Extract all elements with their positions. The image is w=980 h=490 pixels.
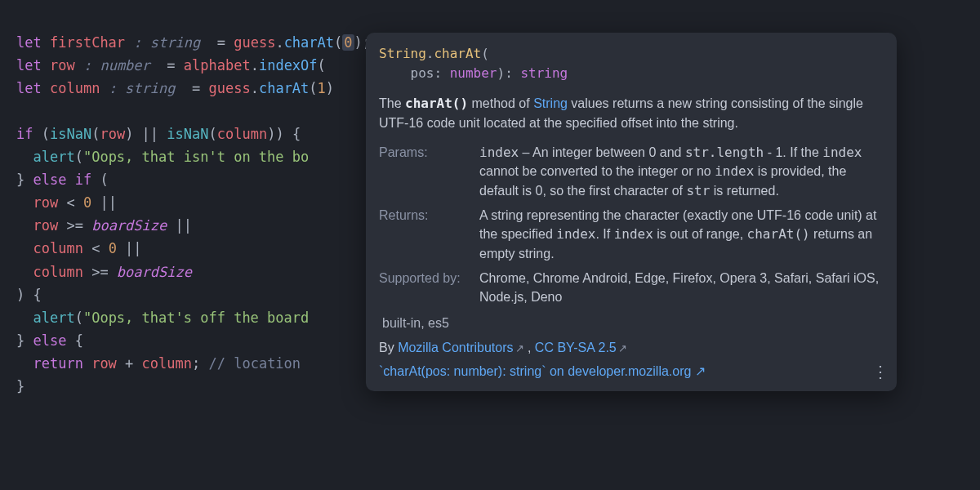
doc-tags: built-in, es5 bbox=[382, 314, 884, 333]
type-annot: : string bbox=[133, 34, 200, 51]
doc-description: The charAt() method of String values ret… bbox=[379, 94, 884, 132]
link-contributors[interactable]: Mozilla Contributors bbox=[398, 341, 513, 354]
comment: // location bbox=[208, 355, 301, 372]
link-license[interactable]: CC BY-SA 2.5 bbox=[535, 341, 617, 354]
link-mdn[interactable]: `charAt(pos: number): string` on develop… bbox=[379, 362, 884, 381]
doc-attribution: By Mozilla Contributors↗ , CC BY-SA 2.5↗ bbox=[379, 338, 884, 358]
external-icon: ↗ bbox=[618, 342, 627, 354]
doc-returns: Returns: A string representing the chara… bbox=[379, 206, 884, 264]
more-menu-button[interactable]: ⋮ bbox=[872, 360, 889, 385]
signature: String.charAt( pos: number): string bbox=[379, 44, 884, 82]
call-charAt: charAt bbox=[284, 34, 334, 51]
external-icon: ↗ bbox=[515, 342, 524, 354]
var-firstChar: firstChar bbox=[50, 34, 125, 51]
doc-params: Params: index – An integer between 0 and… bbox=[379, 143, 884, 201]
link-string[interactable]: String bbox=[533, 96, 568, 110]
external-icon: ↗ bbox=[695, 364, 706, 378]
keyword-let: let bbox=[16, 34, 42, 51]
active-arg: 0 bbox=[342, 34, 354, 51]
doc-supported: Supported by: Chrome, Chrome Android, Ed… bbox=[379, 269, 884, 307]
signature-help-popup: String.charAt( pos: number): string The … bbox=[366, 33, 897, 391]
